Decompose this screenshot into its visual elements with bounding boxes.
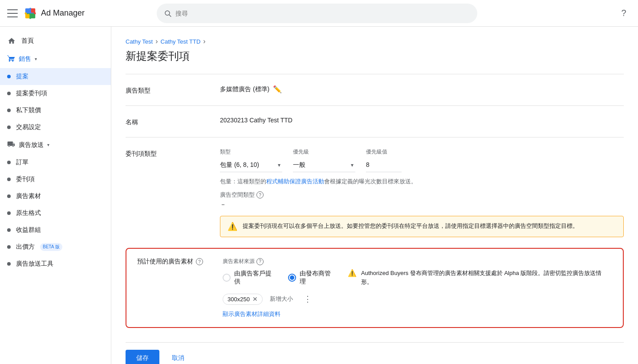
menu-icon[interactable]: [7, 8, 18, 19]
ad-type-section: 廣告類型 多媒體廣告 (標準) ✏️: [126, 74, 624, 105]
radio-group: 由廣告客戶提供 由發布商管理: [223, 270, 337, 286]
sidebar-label-bidders: 出價方: [16, 243, 35, 251]
sidebar-section-delivery[interactable]: 廣告放送 ▾: [0, 136, 111, 154]
description-link[interactable]: 程式輔助保證廣告活動: [266, 178, 324, 185]
breadcrumb-level1[interactable]: Cathy Test: [126, 38, 153, 45]
home-icon: [7, 36, 16, 45]
breadcrumb-sep2: ›: [203, 37, 205, 45]
sidebar-label-dashboard: 首頁: [21, 37, 34, 45]
sidebar-item-dashboard[interactable]: 首頁: [0, 32, 111, 50]
sidebar-item-private-auctions[interactable]: 私下競價: [0, 102, 111, 119]
app-name: Ad Manager: [41, 8, 85, 18]
app-logo: Ad Manager: [23, 6, 85, 20]
sidebar-label-yield-groups: 收益群組: [16, 226, 41, 234]
creative-warning-text: Authorized Buyers 發布商管理的廣告素材相關支援處於 Alpha…: [361, 269, 612, 286]
priority-select[interactable]: 一般: [293, 158, 355, 172]
sidebar-section-sales[interactable]: 銷售 ▾: [0, 50, 111, 68]
sidebar-item-ad-tools[interactable]: 廣告放送工具: [0, 255, 111, 272]
cancel-button[interactable]: 取消: [165, 350, 191, 364]
creative-source-help-icon[interactable]: ?: [256, 258, 264, 265]
ad-space-type-dash: －: [220, 201, 624, 209]
creative-section-box: 預計使用的廣告素材 ? 廣告素材來源 ? 由廣告客戶提供: [126, 248, 624, 328]
ad-space-type-label-text: 廣告空間類型: [220, 191, 255, 199]
size-tag-value: 300x250: [228, 296, 250, 303]
warning-triangle-icon: ⚠️: [228, 222, 237, 231]
sidebar-item-native-formats[interactable]: 原生格式: [0, 205, 111, 222]
priority-field-label: 優先級: [293, 148, 355, 156]
warning-banner: ⚠️ 提案委刊項現在可以在多個平台上放送。如要控管您的委刊項在特定平台放送，請使…: [220, 216, 624, 237]
sidebar-item-proposal-line-items[interactable]: 提案委刊項: [0, 85, 111, 102]
size-tag-remove-icon[interactable]: ✕: [252, 296, 258, 302]
radio-publisher[interactable]: 由發布商管理: [288, 270, 337, 286]
sidebar-item-orders[interactable]: 訂單: [0, 154, 111, 171]
breadcrumb: Cathy Test › Cathy Test TTD ›: [126, 37, 624, 45]
edit-icon[interactable]: ✏️: [273, 85, 282, 93]
google-logo-icon: [23, 6, 37, 20]
type-select[interactable]: 包量 (6, 8, 10): [220, 158, 282, 172]
ad-type-label: 廣告類型: [126, 85, 206, 95]
dot-icon: [7, 245, 11, 249]
sidebar-label-proposal-line-items: 提案委刊項: [16, 89, 47, 97]
main-content: Cathy Test › Cathy Test TTD › 新提案委刊項 廣告類…: [111, 27, 638, 364]
warning-banner-text: 提案委刊項現在可以在多個平台上放送。如要控管您的委刊項在特定平台放送，請使用指定…: [243, 222, 578, 231]
svg-rect-1: [31, 8, 36, 12]
dot-icon: [7, 178, 11, 181]
dot-icon: [7, 125, 11, 129]
name-section: 名稱 20230213 Cathy Test TTD: [126, 105, 624, 137]
sidebar-item-proposals[interactable]: 提案: [0, 68, 111, 85]
size-row: 300x250 ✕ 新增大小 ⋮: [223, 293, 612, 305]
more-options-icon[interactable]: ⋮: [304, 294, 312, 304]
sidebar-item-line-items[interactable]: 委刊項: [0, 171, 111, 188]
type-select-wrapper: 包量 (6, 8, 10) ▾: [220, 158, 282, 172]
creative-label-text: 預計使用的廣告素材: [137, 258, 193, 266]
add-size-button[interactable]: 新增大小: [266, 293, 297, 305]
radio-advertiser[interactable]: 由廣告客戶提供: [223, 270, 277, 286]
help-button[interactable]: ?: [617, 6, 631, 20]
line-item-type-label: 委刊項類型: [126, 148, 206, 158]
priority-num-value: 8: [366, 158, 402, 172]
sidebar-label-private-auctions: 私下競價: [16, 106, 41, 114]
page-title: 新提案委刊項: [126, 49, 624, 63]
delivery-icon: [7, 140, 15, 150]
action-row: 儲存 取消: [126, 342, 624, 364]
dot-icon: [7, 161, 11, 164]
creative-section-label: 預計使用的廣告素材 ?: [137, 258, 208, 266]
sidebar-item-bidders[interactable]: 出價方 BETA 版: [0, 239, 111, 255]
beta-badge: BETA 版: [40, 243, 62, 251]
breadcrumb-level2[interactable]: Cathy Test TTD: [161, 38, 201, 45]
chevron-down-icon: ▾: [35, 57, 37, 61]
show-details-link[interactable]: 顯示廣告素材詳細資料: [223, 310, 280, 318]
priority-num-label: 優先級值: [366, 148, 402, 156]
search-bar[interactable]: [157, 4, 477, 23]
dot-icon: [7, 109, 11, 112]
ad-type-value-text: 多媒體廣告 (標準): [220, 85, 269, 93]
active-dot: [7, 75, 11, 78]
sidebar-label-proposals: 提案: [16, 73, 28, 81]
priority-select-wrapper: 一般 ▾: [293, 158, 355, 172]
creative-help-icon[interactable]: ?: [196, 258, 203, 265]
topbar: Ad Manager ?: [0, 0, 638, 27]
creative-warning: ⚠️ Authorized Buyers 發布商管理的廣告素材相關支援處於 Al…: [348, 269, 612, 286]
save-button[interactable]: 儲存: [126, 350, 159, 364]
description-prefix: 包量：這種類型的: [220, 178, 266, 185]
sidebar-label-sales: 銷售: [19, 55, 31, 63]
description-suffix: 會根據定義的曝光次數目標來放送。: [324, 178, 417, 185]
sidebar-label-orders: 訂單: [16, 158, 28, 166]
search-icon: [164, 9, 171, 17]
priority-field-group: 優先級 一般 ▾: [293, 148, 355, 172]
sidebar-item-creatives[interactable]: 廣告素材: [0, 188, 111, 205]
dot-icon: [7, 228, 11, 232]
svg-rect-3: [31, 14, 36, 18]
sidebar-label-native-formats: 原生格式: [16, 209, 41, 217]
ad-space-type-label-row: 廣告空間類型 ?: [220, 191, 624, 199]
ad-space-help-icon[interactable]: ?: [256, 191, 264, 198]
svg-rect-2: [25, 14, 30, 18]
name-label: 名稱: [126, 117, 206, 126]
sidebar-item-deals[interactable]: 交易設定: [0, 119, 111, 136]
search-input[interactable]: [175, 10, 471, 17]
chevron-down-icon: ▾: [47, 142, 49, 147]
sidebar-item-yield-groups[interactable]: 收益群組: [0, 222, 111, 239]
creative-source-row: 由廣告客戶提供 由發布商管理 ⚠️ Authorized Buyers 發布商管…: [223, 269, 612, 286]
sidebar-label-ad-tools: 廣告放送工具: [16, 260, 53, 268]
creative-warning-icon: ⚠️: [348, 269, 357, 277]
